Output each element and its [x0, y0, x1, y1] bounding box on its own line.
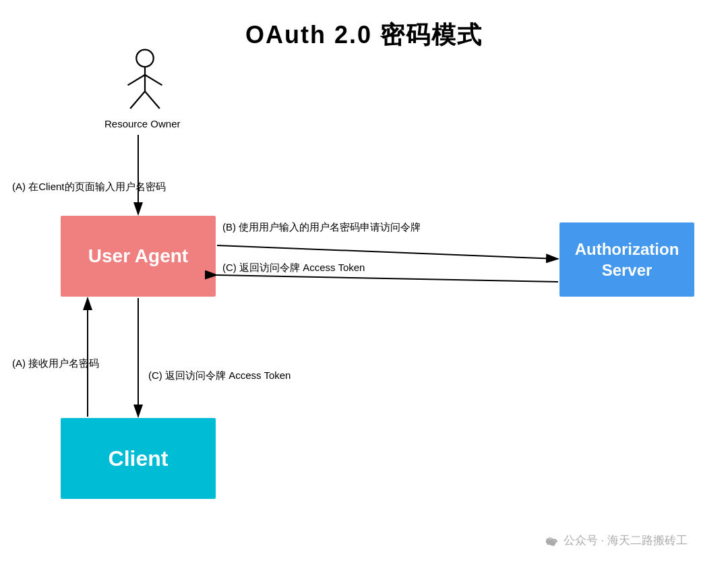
watermark-text: 公众号 · 海天二路搬砖工: [564, 533, 688, 548]
svg-line-3: [145, 75, 162, 85]
svg-line-2: [128, 75, 145, 85]
auth-server-label: AuthorizationServer: [575, 239, 679, 280]
label-a-receive: (A) 接收用户名密码: [12, 357, 99, 370]
label-c-token-bottom: (C) 返回访问令牌 Access Token: [148, 369, 291, 382]
svg-line-5: [145, 91, 160, 108]
label-a-input: (A) 在Client的页面输入用户名密码: [12, 181, 166, 193]
user-agent-box: User Agent: [61, 216, 216, 297]
svg-line-9: [217, 245, 558, 259]
label-b-request: (B) 使用用户输入的用户名密码申请访问令牌: [222, 221, 421, 234]
client-label: Client: [109, 446, 169, 471]
svg-point-0: [136, 50, 153, 67]
page-title: OAuth 2.0 密码模式: [0, 0, 728, 52]
diagram-container: OAuth 2.0 密码模式 Resource Owner User Agent…: [0, 0, 728, 567]
watermark: 公众号 · 海天二路搬砖工: [545, 533, 688, 548]
client-box: Client: [61, 418, 216, 499]
auth-server-box: AuthorizationServer: [559, 222, 694, 297]
resource-owner-figure: [118, 47, 172, 115]
wechat-icon: [545, 533, 559, 548]
resource-owner-label: Resource Owner: [104, 118, 181, 129]
user-agent-label: User Agent: [88, 245, 188, 267]
svg-line-10: [217, 275, 558, 282]
svg-line-4: [130, 91, 145, 108]
label-c-token-top: (C) 返回访问令牌 Access Token: [222, 262, 365, 274]
